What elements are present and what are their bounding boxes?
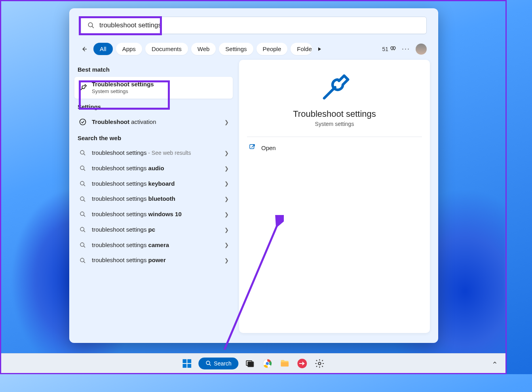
svg-line-1	[92, 27, 94, 28]
settings-section-label: Settings	[74, 99, 233, 114]
svg-rect-27	[187, 359, 191, 363]
taskbar: Search	[1, 353, 505, 373]
search-icon	[78, 181, 87, 187]
show-hidden-icons[interactable]	[492, 360, 505, 367]
search-input[interactable]	[99, 21, 421, 29]
svg-point-0	[88, 23, 93, 27]
svg-point-9	[80, 166, 84, 169]
preview-subtitle: System settings	[247, 121, 422, 127]
open-action[interactable]: Open	[247, 139, 422, 156]
svg-line-10	[84, 169, 85, 171]
tab-documents[interactable]: Documents	[145, 43, 188, 55]
svg-point-15	[80, 212, 84, 215]
search-icon	[78, 242, 87, 248]
start-button[interactable]	[181, 358, 193, 369]
chevron-right-icon: ❯	[224, 257, 229, 263]
search-icon	[78, 211, 87, 217]
tab-people[interactable]: People	[256, 43, 288, 55]
svg-line-22	[84, 261, 85, 263]
app-icon[interactable]	[296, 358, 308, 369]
chevron-right-icon: ❯	[224, 150, 229, 156]
web-section-label: Search the web	[74, 130, 233, 145]
svg-point-13	[80, 197, 84, 200]
file-explorer-icon[interactable]	[279, 358, 291, 369]
tab-settings[interactable]: Settings	[219, 43, 253, 55]
chevron-right-icon: ❯	[224, 119, 229, 125]
chrome-icon[interactable]	[262, 358, 274, 369]
best-match-label: Best match	[74, 61, 233, 77]
svg-line-12	[84, 185, 85, 186]
taskbar-search-button[interactable]: Search	[198, 358, 238, 369]
chevron-right-icon: ❯	[224, 211, 229, 217]
settings-result-item[interactable]: Troubleshoot activation ❯	[74, 114, 233, 130]
chevron-right-icon: ❯	[224, 242, 229, 248]
search-window: All Apps Documents Web Settings People F…	[69, 8, 438, 343]
chevron-right-icon: ❯	[224, 181, 229, 186]
back-button[interactable]	[78, 43, 90, 55]
svg-rect-29	[187, 364, 191, 368]
search-icon	[78, 196, 87, 202]
svg-point-7	[80, 150, 84, 154]
svg-line-16	[84, 215, 85, 217]
web-result-item[interactable]: troubleshoot settings pc ❯	[74, 222, 233, 238]
web-result-item[interactable]: troubleshoot settings - See web results …	[74, 145, 233, 161]
svg-rect-28	[182, 364, 186, 368]
svg-line-20	[84, 246, 85, 247]
chevron-right-icon: ❯	[224, 166, 229, 171]
web-result-item[interactable]: troubleshoot settings camera ❯	[74, 238, 233, 253]
svg-point-40	[318, 362, 321, 365]
tab-apps[interactable]: Apps	[116, 43, 142, 55]
svg-point-17	[80, 227, 84, 231]
svg-rect-26	[182, 359, 186, 363]
svg-point-6	[80, 119, 86, 125]
search-icon	[78, 257, 87, 264]
svg-line-18	[84, 230, 85, 232]
wrench-icon	[78, 84, 87, 92]
preview-title: Troubleshoot settings	[247, 109, 422, 119]
svg-point-30	[206, 361, 210, 365]
tab-folders[interactable]: Folders	[291, 43, 312, 55]
search-icon	[205, 360, 211, 366]
open-icon	[249, 143, 256, 152]
task-view-button[interactable]	[244, 358, 256, 369]
web-result-item[interactable]: troubleshoot settings bluetooth ❯	[74, 191, 233, 207]
search-icon	[87, 22, 95, 29]
filter-row: All Apps Documents Web Settings People F…	[70, 40, 438, 58]
more-button[interactable]: ···	[402, 45, 410, 53]
trophy-icon	[390, 46, 396, 52]
search-icon	[78, 226, 87, 233]
scroll-tabs-right[interactable]	[315, 45, 324, 53]
best-match-title: Troubleshoot settings	[92, 81, 229, 88]
svg-marker-3	[318, 47, 321, 51]
svg-line-14	[84, 200, 85, 202]
open-label: Open	[261, 145, 276, 151]
svg-rect-38	[281, 362, 289, 366]
web-result-item[interactable]: troubleshoot settings windows 10 ❯	[74, 207, 233, 222]
divider	[247, 137, 422, 137]
settings-icon[interactable]	[314, 358, 326, 369]
tab-all[interactable]: All	[93, 43, 113, 55]
web-result-item[interactable]: troubleshoot settings keyboard ❯	[74, 176, 233, 192]
check-circle-icon	[78, 118, 87, 126]
best-match-subtitle: System settings	[92, 88, 229, 95]
svg-point-11	[80, 181, 84, 185]
search-icon	[78, 150, 87, 156]
rewards-badge[interactable]: 51	[382, 46, 396, 52]
svg-rect-33	[248, 362, 254, 367]
tab-web[interactable]: Web	[191, 43, 216, 55]
search-bar[interactable]	[81, 17, 427, 34]
svg-line-8	[84, 154, 85, 156]
user-avatar[interactable]	[416, 44, 427, 55]
svg-point-21	[80, 258, 84, 262]
svg-line-31	[209, 364, 211, 365]
web-result-item[interactable]: troubleshoot settings power ❯	[74, 253, 233, 268]
chevron-right-icon: ❯	[224, 227, 229, 233]
svg-rect-23	[250, 145, 254, 149]
svg-point-19	[80, 243, 84, 246]
rewards-points: 51	[382, 46, 388, 52]
taskbar-search-label: Search	[214, 360, 231, 367]
web-result-item[interactable]: troubleshoot settings audio ❯	[74, 161, 233, 176]
preview-pane: Troubleshoot settings System settings Op…	[239, 60, 430, 333]
best-match-item[interactable]: Troubleshoot settings System settings	[74, 77, 233, 99]
wrench-icon	[247, 72, 422, 105]
